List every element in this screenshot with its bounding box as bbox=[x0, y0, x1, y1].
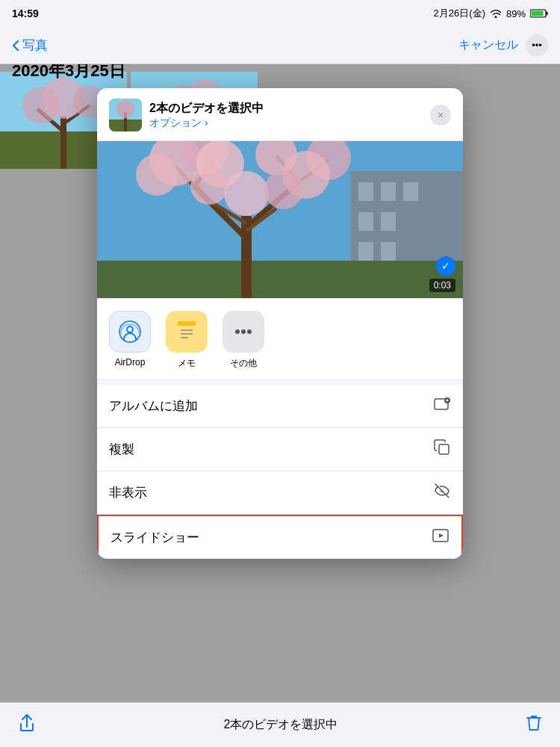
duration-badge: 0:03 bbox=[429, 279, 455, 292]
svg-marker-67 bbox=[439, 533, 444, 538]
svg-rect-25 bbox=[381, 182, 396, 201]
check-badge: ✓ bbox=[436, 256, 455, 276]
sheet-header: 2本のビデオを選択中 オプション › × bbox=[97, 88, 463, 141]
share-button[interactable] bbox=[18, 713, 36, 737]
svg-rect-1 bbox=[547, 12, 548, 16]
hide-action[interactable]: 非表示 bbox=[97, 471, 463, 515]
svg-rect-24 bbox=[358, 182, 373, 201]
svg-point-58 bbox=[235, 329, 240, 334]
svg-rect-30 bbox=[381, 242, 396, 261]
status-icons: 2月26日(金) 89% bbox=[434, 7, 548, 20]
sheet-thumbnail bbox=[109, 99, 142, 131]
airdrop-label: AirDrop bbox=[115, 357, 146, 368]
nav-bar: 写真 キャンセル ••• bbox=[0, 27, 560, 64]
sheet-options[interactable]: オプション › bbox=[149, 117, 264, 130]
svg-point-59 bbox=[241, 329, 246, 334]
sheet-title-area: 2本のビデオを選択中 オプション › bbox=[149, 101, 264, 130]
slideshow-icon bbox=[432, 527, 449, 548]
duplicate-label: 複製 bbox=[109, 441, 134, 458]
other-icon bbox=[223, 311, 264, 353]
other-label: その他 bbox=[230, 357, 257, 370]
duplicate-icon bbox=[433, 438, 451, 460]
add-album-action[interactable]: アルバムに追加 bbox=[97, 385, 463, 428]
nav-right: キャンセル ••• bbox=[458, 34, 548, 57]
airdrop-icon bbox=[109, 311, 151, 353]
bottom-count: 2本のビデオを選択中 bbox=[224, 717, 338, 733]
more-button[interactable]: ••• bbox=[526, 34, 548, 57]
svg-point-49 bbox=[190, 167, 228, 205]
back-label: 写真 bbox=[22, 37, 48, 54]
delete-button[interactable] bbox=[526, 713, 542, 737]
svg-rect-27 bbox=[358, 212, 373, 231]
status-time: 14:59 bbox=[12, 7, 39, 19]
svg-rect-26 bbox=[403, 182, 418, 201]
slideshow-action[interactable]: スライドショー bbox=[97, 515, 463, 559]
preview-image: ✓ 0:03 bbox=[97, 141, 463, 298]
status-bar: 14:59 2月26日(金) 89% bbox=[0, 0, 560, 27]
memo-icon bbox=[166, 311, 208, 353]
svg-rect-2 bbox=[532, 11, 544, 16]
preview-overlay: ✓ 0:03 bbox=[429, 256, 455, 292]
share-apps: AirDrop メモ その他 bbox=[97, 298, 463, 379]
sheet-header-left: 2本のビデオを選択中 オプション › bbox=[109, 99, 264, 131]
add-album-label: アルバムに追加 bbox=[109, 397, 198, 415]
cancel-button[interactable]: キャンセル bbox=[458, 37, 518, 53]
battery-icon bbox=[530, 9, 548, 18]
hide-icon bbox=[433, 482, 451, 503]
hide-label: 非表示 bbox=[109, 484, 147, 501]
date-label: 2月26日(金) bbox=[434, 7, 485, 20]
svg-point-60 bbox=[247, 329, 252, 334]
share-sheet: 2本のビデオを選択中 オプション › × bbox=[97, 88, 463, 559]
other-app-item[interactable]: その他 bbox=[223, 311, 264, 370]
svg-rect-65 bbox=[439, 444, 449, 454]
sheet-title: 2本のビデオを選択中 bbox=[149, 101, 264, 117]
action-list: アルバムに追加 複製 非表示 bbox=[97, 379, 463, 559]
slideshow-label: スライドショー bbox=[111, 529, 199, 546]
back-button[interactable]: 写真 bbox=[12, 37, 48, 54]
battery-label: 89% bbox=[506, 8, 526, 19]
close-button[interactable]: × bbox=[430, 105, 451, 125]
memo-label: メモ bbox=[178, 357, 196, 370]
wifi-icon bbox=[490, 9, 502, 18]
svg-rect-28 bbox=[381, 212, 396, 231]
svg-point-21 bbox=[116, 100, 134, 118]
duplicate-action[interactable]: 複製 bbox=[97, 428, 463, 471]
svg-rect-31 bbox=[97, 261, 463, 298]
svg-point-43 bbox=[136, 154, 178, 196]
svg-rect-54 bbox=[178, 321, 196, 326]
bottom-bar: 2本のビデオを選択中 bbox=[0, 702, 560, 747]
svg-point-52 bbox=[127, 326, 133, 332]
svg-rect-29 bbox=[358, 242, 373, 261]
add-album-icon bbox=[433, 395, 451, 417]
memo-app-item[interactable]: メモ bbox=[166, 311, 208, 370]
svg-point-48 bbox=[224, 171, 269, 216]
svg-point-50 bbox=[264, 170, 303, 209]
airdrop-app-item[interactable]: AirDrop bbox=[109, 311, 151, 370]
